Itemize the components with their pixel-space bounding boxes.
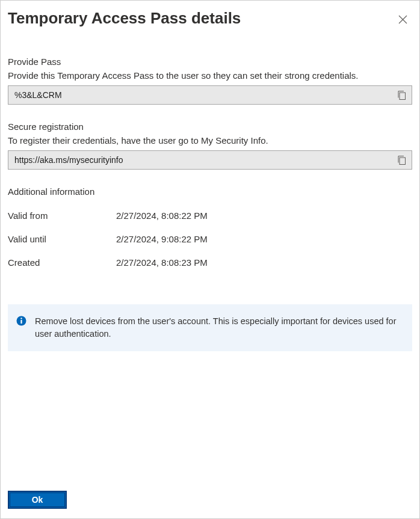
ok-button[interactable]: Ok [8, 491, 67, 509]
svg-point-4 [20, 318, 22, 319]
copy-pass-button[interactable] [391, 86, 412, 104]
created-value: 2/27/2024, 8:08:23 PM [116, 257, 208, 268]
secure-registration-title: Secure registration [8, 121, 412, 132]
alert-text: Remove lost devices from the user's acco… [35, 315, 401, 340]
close-icon [398, 15, 407, 24]
url-field [8, 150, 412, 170]
info-row-created: Created 2/27/2024, 8:08:23 PM [8, 251, 412, 274]
provide-pass-desc: Provide this Temporary Access Pass to th… [8, 70, 412, 81]
close-button[interactable] [396, 13, 410, 26]
info-row-valid-from: Valid from 2/27/2024, 8:08:22 PM [8, 204, 412, 227]
provide-pass-title: Provide Pass [8, 57, 412, 67]
svg-rect-1 [400, 158, 406, 165]
copy-url-button[interactable] [391, 151, 412, 169]
secure-registration-desc: To register their credentials, have the … [8, 135, 412, 146]
pass-field [8, 85, 412, 105]
info-icon [16, 316, 26, 340]
additional-info-title: Additional information [8, 186, 412, 197]
info-alert: Remove lost devices from the user's acco… [8, 304, 412, 351]
pass-input[interactable] [8, 86, 391, 104]
copy-icon [397, 155, 406, 165]
valid-from-value: 2/27/2024, 8:08:22 PM [116, 210, 208, 221]
dialog-title: Temporary Access Pass details [8, 9, 241, 28]
url-input[interactable] [8, 151, 391, 169]
info-row-valid-until: Valid until 2/27/2024, 9:08:22 PM [8, 227, 412, 251]
valid-until-value: 2/27/2024, 9:08:22 PM [116, 234, 208, 244]
valid-from-label: Valid from [8, 210, 116, 221]
svg-rect-0 [400, 93, 406, 100]
created-label: Created [8, 257, 116, 268]
copy-icon [397, 90, 406, 100]
valid-until-label: Valid until [8, 234, 116, 244]
svg-rect-3 [20, 320, 22, 324]
